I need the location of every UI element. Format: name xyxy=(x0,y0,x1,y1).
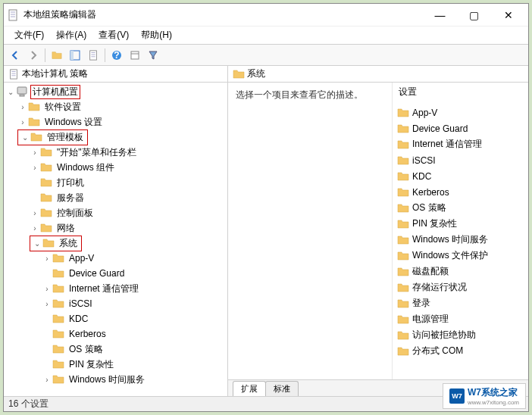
help-button[interactable]: ? xyxy=(108,47,125,64)
tree-node-windows-components[interactable]: ›Windows 组件 xyxy=(4,160,227,175)
close-button[interactable]: ✕ xyxy=(491,5,525,26)
list-item-label: 登录 xyxy=(412,297,430,310)
folder-icon xyxy=(233,68,245,80)
expand-icon[interactable]: › xyxy=(42,298,52,309)
list-item[interactable]: Windows 文件保护 xyxy=(393,248,528,264)
list-item[interactable]: Kerberos xyxy=(393,184,528,200)
export-button[interactable] xyxy=(85,47,102,64)
expand-icon[interactable]: › xyxy=(42,283,52,294)
menu-help[interactable]: 帮助(H) xyxy=(136,27,177,43)
folder-icon xyxy=(52,282,64,295)
list-item-label: KDC xyxy=(412,171,431,182)
list-item-label: 存储运行状况 xyxy=(412,281,467,294)
folder-icon xyxy=(397,186,409,198)
expand-icon[interactable]: › xyxy=(17,101,28,112)
properties-button[interactable] xyxy=(127,47,143,64)
settings-column-header[interactable]: 设置 xyxy=(393,83,528,105)
tree-view[interactable]: ⌄计算机配置 ›软件设置 ›Windows 设置 ⌄管理模板 ›"开始"菜单和任… xyxy=(4,83,227,396)
folder-icon xyxy=(40,207,52,219)
folder-icon xyxy=(40,176,52,189)
expand-icon[interactable]: › xyxy=(30,223,40,233)
tree-node-os-policy[interactable]: OS 策略 xyxy=(4,342,227,357)
doc-icon xyxy=(8,69,19,80)
folder-icon xyxy=(30,131,42,143)
tree-node-windows-settings[interactable]: ›Windows 设置 xyxy=(4,114,227,129)
list-item[interactable]: OS 策略 xyxy=(393,200,528,216)
tree-node-iscsi[interactable]: ›iSCSI xyxy=(4,296,227,311)
minimize-button[interactable]: — xyxy=(423,5,457,26)
forward-button[interactable] xyxy=(25,47,42,64)
node-label: 控制面板 xyxy=(55,206,95,220)
expand-icon[interactable]: › xyxy=(17,117,28,127)
expand-icon[interactable]: › xyxy=(42,374,52,385)
tree-node-servers[interactable]: 服务器 xyxy=(4,190,227,205)
node-label: "开始"菜单和任务栏 xyxy=(55,145,139,160)
expand-icon[interactable]: ⌄ xyxy=(32,238,42,248)
up-button[interactable] xyxy=(49,47,65,64)
expand-icon[interactable]: › xyxy=(30,162,40,173)
menu-action[interactable]: 操作(A) xyxy=(52,27,91,43)
back-button[interactable] xyxy=(7,47,23,64)
tree-node-appv[interactable]: ›App-V xyxy=(4,251,227,266)
list-item[interactable]: App-V xyxy=(393,105,528,120)
node-label: 网络 xyxy=(55,221,77,236)
list-item-label: OS 策略 xyxy=(412,201,446,214)
folder-icon xyxy=(52,358,64,370)
tree-node-system[interactable]: ⌄系统 xyxy=(4,236,227,251)
tree-node-admin-templates[interactable]: ⌄管理模板 xyxy=(4,129,227,145)
folder-icon xyxy=(397,202,409,214)
list-item[interactable]: 存储运行状况 xyxy=(393,279,528,295)
list-item[interactable]: 访问被拒绝协助 xyxy=(393,327,528,343)
show-hide-tree-button[interactable] xyxy=(67,47,83,64)
folder-icon xyxy=(52,313,64,325)
list-item[interactable]: 电源管理 xyxy=(393,311,528,327)
expand-icon[interactable]: › xyxy=(30,208,40,218)
list-item[interactable]: Windows 时间服务 xyxy=(393,232,528,248)
tree-node-pin-complexity[interactable]: PIN 复杂性 xyxy=(4,357,227,372)
menu-view[interactable]: 查看(V) xyxy=(94,27,133,43)
tree-node-network[interactable]: ›网络 xyxy=(4,220,227,236)
folder-icon xyxy=(52,252,64,264)
list-item[interactable]: KDC xyxy=(393,168,528,184)
list-item[interactable]: Internet 通信管理 xyxy=(393,136,528,152)
detail-header-label: 系统 xyxy=(247,67,265,80)
expand-icon[interactable]: › xyxy=(42,253,52,264)
svg-rect-7 xyxy=(70,51,74,60)
list-item[interactable]: 磁盘配额 xyxy=(393,264,528,279)
tree-node-kdc[interactable]: KDC xyxy=(4,311,227,326)
maximize-button[interactable]: ▢ xyxy=(457,5,491,26)
filter-button[interactable] xyxy=(145,47,161,64)
folder-icon xyxy=(40,222,52,234)
tree-node-software-settings[interactable]: ›软件设置 xyxy=(4,99,227,114)
status-text: 16 个设置 xyxy=(8,398,49,410)
list-item[interactable]: Device Guard xyxy=(393,120,528,136)
expand-icon[interactable]: ⌄ xyxy=(20,132,30,142)
tree-node-printers[interactable]: 打印机 xyxy=(4,175,227,190)
list-item-label: Kerberos xyxy=(412,187,449,198)
watermark-title: W7系统之家 xyxy=(468,386,519,399)
list-item[interactable]: 登录 xyxy=(393,295,528,311)
tree-node-windows-time[interactable]: ›Windows 时间服务 xyxy=(4,372,227,387)
list-item[interactable]: iSCSI xyxy=(393,152,528,168)
tab-standard[interactable]: 标准 xyxy=(265,381,299,396)
titlebar[interactable]: 本地组策略编辑器 — ▢ ✕ xyxy=(4,4,528,27)
node-label: Device Guard xyxy=(67,267,127,279)
tree-node-kerberos[interactable]: Kerberos xyxy=(4,326,227,342)
tree-node-start-menu[interactable]: ›"开始"菜单和任务栏 xyxy=(4,145,227,160)
expand-icon[interactable]: › xyxy=(30,147,40,158)
menu-file[interactable]: 文件(F) xyxy=(10,27,49,43)
list-item[interactable]: PIN 复杂性 xyxy=(393,216,528,232)
settings-list[interactable]: 设置 App-VDevice GuardInternet 通信管理iSCSIKD… xyxy=(392,83,528,379)
tree-node-computer-config[interactable]: ⌄计算机配置 xyxy=(4,84,227,99)
tree-node-control-panel[interactable]: ›控制面板 xyxy=(4,205,227,220)
expand-icon[interactable]: ⌄ xyxy=(5,86,16,97)
folder-icon xyxy=(40,161,52,173)
list-item[interactable]: 分布式 COM xyxy=(393,343,528,359)
tree-header-label: 本地计算机 策略 xyxy=(22,67,88,80)
tree-node-internet-comm[interactable]: ›Internet 通信管理 xyxy=(4,281,227,296)
tab-extended[interactable]: 扩展 xyxy=(233,381,266,396)
folder-icon xyxy=(40,146,52,158)
node-label: 系统 xyxy=(57,236,80,251)
folder-icon xyxy=(397,282,409,294)
tree-node-device-guard[interactable]: Device Guard xyxy=(4,266,227,281)
